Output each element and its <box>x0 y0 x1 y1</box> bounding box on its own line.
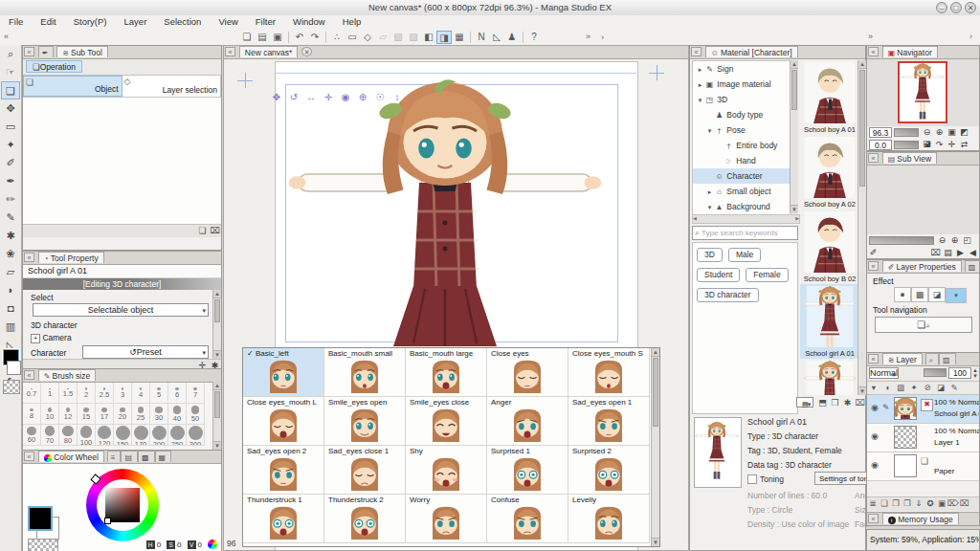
brush-size-2[interactable]: 2 <box>78 383 96 404</box>
canvas-close-icon[interactable]: ✕ <box>301 47 312 56</box>
new-folder-icon[interactable]: ❐ <box>890 497 902 510</box>
layer-comp-tab[interactable]: ▨ <box>939 353 956 364</box>
flip-view-icon[interactable]: ⇄ <box>958 139 970 150</box>
material-school-boy-b-02[interactable]: School boy B 02 <box>800 209 858 284</box>
sv-cursor[interactable] <box>104 518 111 524</box>
material-school-boy-a-02[interactable]: School boy A 02 <box>800 135 858 209</box>
zoom-out-icon[interactable]: ⊖ <box>921 126 933 138</box>
expression-close-eyes[interactable]: Close eyes <box>487 348 568 397</box>
approx-color-tab[interactable]: ▦ <box>155 451 172 462</box>
blend-mode-dropdown[interactable]: Normal▾ <box>869 367 899 379</box>
menu-selection[interactable]: Selection <box>155 15 210 29</box>
layer-row-school-girl-a-01[interactable]: ◉ ✎ ✖ 100 % NormalSchool girl A 01 <box>867 395 979 424</box>
flip-horizontal-icon[interactable]: ◩ <box>958 126 970 138</box>
menu-window[interactable]: Window <box>284 15 334 29</box>
reference-layer-icon[interactable]: ◪ <box>934 382 947 393</box>
brush-size-1.5[interactable]: 1.5 <box>59 383 78 404</box>
transparent-color-swatch[interactable] <box>3 380 20 394</box>
brush-size-60[interactable]: 60 <box>23 425 41 446</box>
expression-levelly[interactable]: Levelly <box>568 495 650 543</box>
expand-icon[interactable]: + <box>31 334 40 343</box>
zoom-in-icon[interactable]: ⊕ <box>933 126 946 138</box>
brush-size-15[interactable]: 15 <box>78 404 96 425</box>
rotate-canvas-icon[interactable]: ◇ <box>360 31 375 44</box>
expression-basic_mouth-small[interactable]: Basic_mouth small <box>324 348 406 397</box>
new-file-icon[interactable]: ❏ <box>239 31 255 44</box>
menu-storyp[interactable]: Story(P) <box>65 15 116 29</box>
layer-thumbnail[interactable] <box>894 454 917 477</box>
brush-size-1[interactable]: 1 <box>41 383 59 404</box>
open-file-icon[interactable]: ▤ <box>255 31 270 44</box>
tree-item-background[interactable]: ▾▲ Background <box>693 199 791 214</box>
background-color-swatch[interactable] <box>7 361 21 375</box>
hand-tool[interactable]: ☞ <box>1 63 20 81</box>
intermediate-color-tab[interactable]: ▩ <box>138 451 155 462</box>
delete-material-icon[interactable]: ⌧ <box>854 398 866 408</box>
tree-arrow-icon[interactable]: ▸ <box>696 62 704 77</box>
navigator-zoom-value[interactable]: 96.3 <box>869 127 892 138</box>
brush-size-120[interactable]: 120 <box>96 425 114 446</box>
gradient-tool[interactable]: ▥ <box>1 318 20 336</box>
open-image-icon[interactable]: ▤ <box>942 247 954 258</box>
palette-menu-icon[interactable]: ▾ <box>867 382 880 393</box>
brush-size-4[interactable]: 4 <box>132 383 150 404</box>
brush-size-80[interactable]: 80 <box>59 425 78 446</box>
object-tool[interactable]: ❏ <box>1 81 20 99</box>
opacity-stepper[interactable]: ▲▼ <box>972 367 978 379</box>
panel-collapse-button[interactable]: « <box>691 47 702 56</box>
undo-icon[interactable]: ↶ <box>292 31 307 44</box>
layer-visibility-icon[interactable]: ◉ <box>871 460 879 470</box>
snap-to-ruler-icon[interactable]: ◧ <box>421 31 436 44</box>
subtool-group-operation[interactable]: ❏Operation <box>26 60 82 73</box>
camera-expander[interactable]: + Camera <box>31 333 72 343</box>
redo-icon[interactable]: ↷ <box>307 31 323 44</box>
panel-collapse-button[interactable]: « <box>24 47 34 56</box>
draw-target-icon[interactable]: ✎ <box>947 382 961 393</box>
zoom-out-icon[interactable]: ⊖ <box>936 234 948 246</box>
tree-item-3d[interactable]: ▾◳ 3D <box>693 92 791 107</box>
lock-layer-icon[interactable]: ✦ <box>907 382 921 393</box>
navigator-zoom-slider[interactable] <box>894 128 919 137</box>
mask-icon[interactable]: ▣ <box>936 497 947 510</box>
brush-size-12[interactable]: 12 <box>59 404 78 425</box>
flip-horizontal-icon[interactable]: ▧ <box>390 31 406 44</box>
decoration-tool[interactable]: ❀ <box>1 245 20 263</box>
layer-color-dropdown[interactable]: ▾ <box>946 288 967 303</box>
flip-vertical-icon[interactable]: ▨ <box>406 31 421 44</box>
eraser-tool[interactable]: ▱ <box>1 263 20 281</box>
tab-sub-view[interactable]: ▤Sub View <box>882 152 937 164</box>
auto-select-tool[interactable]: ✦ <box>1 136 20 154</box>
layer-row-layer-1[interactable]: ◉ 100 % NormalLayer 1 <box>867 424 979 452</box>
expression-sad_eyes-open-1[interactable]: Sad_eyes open 1 <box>568 397 650 446</box>
tab-color-wheel[interactable]: Color Wheel <box>38 451 104 462</box>
brush-size-150[interactable]: 150 <box>114 425 132 446</box>
layer-visibility-icon[interactable]: ◉ <box>871 431 879 441</box>
tab-layer-properties[interactable]: ✐Layer Properties <box>882 260 962 272</box>
maximize-button[interactable]: □ <box>950 2 962 13</box>
expression-shy[interactable]: Shy <box>406 446 487 495</box>
subtool-item-layer-selection[interactable]: ◇ Layer selection <box>122 76 222 97</box>
tree-h-scrollbar[interactable]: ◀▶ <box>692 214 800 224</box>
airbrush-tool[interactable]: ✱ <box>1 227 20 245</box>
tab-brush-size[interactable]: ✎Brush size <box>38 369 96 381</box>
panel-collapse-button[interactable]: « <box>225 47 235 56</box>
brush-size-10[interactable]: 10 <box>41 404 59 425</box>
lock-transparent-icon[interactable]: ▨ <box>894 382 907 393</box>
menu-file[interactable]: File <box>0 15 32 29</box>
delete-layer-icon[interactable]: ⌧ <box>959 497 970 510</box>
tree-arrow-icon[interactable]: ▾ <box>705 200 714 214</box>
panel-collapse-button[interactable]: « <box>24 253 34 262</box>
toolbar-collapse-left[interactable]: « <box>4 32 9 41</box>
tree-item-pose[interactable]: ▾† Pose <box>693 122 791 138</box>
previous-icon[interactable]: ◀ <box>967 247 979 258</box>
menu-edit[interactable]: Edit <box>32 15 64 29</box>
snap-to-special-ruler-icon[interactable]: ◨ <box>436 31 452 44</box>
tree-item-image-material[interactable]: ▸▣ Image material <box>693 77 791 92</box>
new-subtool-icon[interactable]: ❏ <box>196 225 209 236</box>
color-set-tab[interactable]: ▤ <box>121 451 138 462</box>
brush-size-70[interactable]: 70 <box>41 425 59 446</box>
tree-item-hand[interactable]: ☞ Hand <box>693 153 791 168</box>
brush-size-20[interactable]: 20 <box>114 404 132 425</box>
deselect-icon[interactable]: ∴ <box>329 31 345 44</box>
tree-item-entire-body[interactable]: † Entire body <box>693 138 791 153</box>
